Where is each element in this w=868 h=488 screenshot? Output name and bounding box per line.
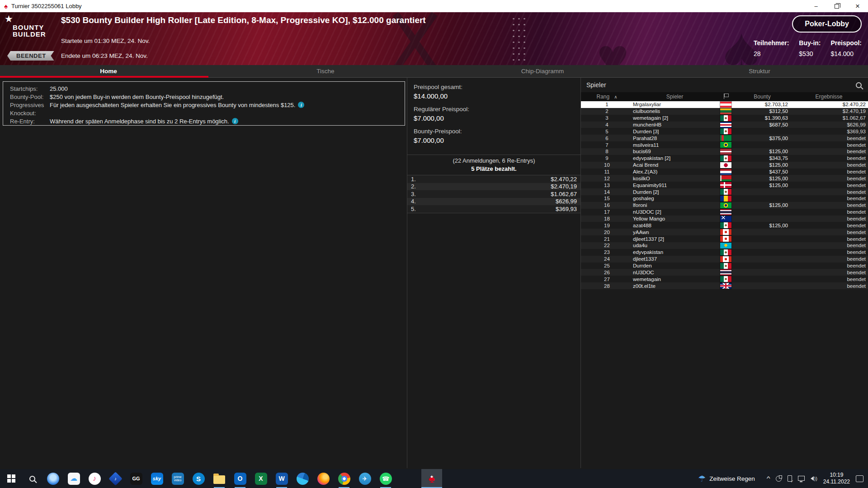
column-rank[interactable]: Rang ∧ [581,94,633,100]
status-badge: BEENDET [7,51,54,61]
flag-japan-icon [720,162,731,168]
player-row-3[interactable]: 3wemetagain [2]$1.390,63$1.062,67 [581,115,868,122]
ggpoker-app-icon[interactable]: GG [126,469,146,488]
close-button[interactable]: × [847,0,868,12]
player-bounty: $375,00 [735,136,790,141]
lobby-tabbar: HomeTischeChip-DiagrammStruktur [0,65,868,78]
player-row-17[interactable]: 17nU3DOC [2]beendet [581,209,868,216]
action-center-icon[interactable] [856,475,863,482]
player-rank: 21 [581,236,633,242]
tab-struktur[interactable]: Struktur [651,65,868,77]
flag-costa-rica-icon [720,122,731,128]
search-icon[interactable] [856,82,862,88]
player-row-2[interactable]: 2ciulbuonelis$312,50$2.470,19 [581,108,868,115]
payout-place: 1. [411,176,416,183]
player-row-22[interactable]: 22uda4ubeendet [581,242,868,249]
file-explorer-icon[interactable] [209,469,230,488]
music-app-icon[interactable]: ♪ [105,469,126,488]
prime-video-app-icon[interactable]: prime video [167,469,188,488]
skype-app-icon[interactable]: S [188,469,209,488]
player-row-24[interactable]: 24djleet1337beendet [581,256,868,263]
tray-chevron-icon[interactable]: ^ [767,475,770,482]
minimize-button[interactable]: – [806,0,826,12]
player-row-7[interactable]: 7msilveira11beendet [581,141,868,148]
poker-lobby-button[interactable]: Poker-Lobby [792,15,862,33]
firefox-app-icon[interactable] [313,469,334,488]
info-label: Re-Entry: [10,118,50,125]
column-results[interactable]: Ergebnisse [790,94,868,100]
taskbar-clock[interactable]: 10:19 24.11.2022 [823,472,850,485]
player-row-11[interactable]: 11Alex.Z(A3)$437,50beendet [581,169,868,175]
player-rank: 27 [581,277,633,282]
player-row-18[interactable]: 18Yellow Mangobeendet [581,216,868,222]
player-result: beendet [790,209,868,215]
column-flag[interactable] [717,94,735,100]
edge-app-icon[interactable] [292,469,313,488]
player-row-25[interactable]: 25Durrdenbeendet [581,263,868,269]
player-row-23[interactable]: 23edyvpakistanbeendet [581,249,868,256]
player-row-10[interactable]: 10Acai Brend$125,00beendet [581,162,868,169]
player-rank: 14 [581,189,633,195]
player-name: Parahat28 [633,136,717,141]
player-row-6[interactable]: 6Parahat28$375,00beendet [581,135,868,141]
player-row-19[interactable]: 19azat488$125,00beendet [581,222,868,229]
windows-logo-icon [7,474,15,483]
info-icon[interactable]: i [232,118,238,124]
tray-volume-icon[interactable]: )) [811,476,817,481]
restore-button[interactable] [826,0,847,12]
column-bounty[interactable]: Bounty [735,94,790,100]
player-row-16[interactable]: 16lforoni$125,00beendet [581,202,868,209]
pokerstars-app-icon[interactable]: ♠★ [421,469,442,488]
search-button[interactable] [22,469,42,488]
whatsapp-app-icon[interactable]: ☎ [375,469,396,488]
player-row-21[interactable]: 21djleet1337 [2]beendet [581,235,868,242]
word-app-icon[interactable]: W [271,469,292,488]
player-row-4[interactable]: 4munchenHB$687,50$626,99 [581,122,868,128]
tournament-lobby-window: ♠ Turnier 3502255061 Lobby – × ♥ ♠ ★ BOU… [0,0,868,488]
player-row-15[interactable]: 15goshalegbeendet [581,195,868,202]
player-name: nU3DOC [2] [633,209,717,215]
tab-tische[interactable]: Tische [217,65,434,77]
player-row-20[interactable]: 20yAAwnbeendet [581,229,868,235]
player-row-14[interactable]: 14Durrden [2]beendet [581,188,868,195]
player-bounty: $125,00 [735,183,790,188]
separator [407,213,580,213]
header-stat-value: $530 [799,50,821,57]
player-row-8[interactable]: 8bucis69$125,00beendet [581,148,868,155]
chrome-app-icon[interactable] [334,469,354,488]
player-row-5[interactable]: 5Durrden [3]$369,93 [581,128,868,135]
chrome-app-icon-glyph [338,473,350,485]
icloud-app-icon[interactable]: ☁ [63,469,84,488]
tray-sync-icon[interactable] [776,476,782,482]
flag-denmark-icon [720,182,731,188]
window-title: Turnier 3502255061 Lobby [11,3,82,9]
player-row-27[interactable]: 27wemetagainbeendet [581,276,868,282]
player-result: beendet [790,169,868,174]
messages-app-icon[interactable] [42,469,63,488]
weather-widget[interactable]: ☂ Zeitweise Regen [698,474,755,484]
player-row-13[interactable]: 13Equanimity911$125,00beendet [581,182,868,188]
itunes-app-icon[interactable]: ♪ [84,469,105,488]
column-player[interactable]: Spieler [633,94,717,100]
info-row-4: Re-Entry:Während der späten Anmeldephase… [10,117,405,125]
player-row-9[interactable]: 9edyvpakistan [2]$343,75beendet [581,155,868,162]
info-icon[interactable]: i [298,102,304,108]
sky-app-icon[interactable]: sky [146,469,167,488]
tray-network-icon[interactable] [798,476,805,481]
player-result: beendet [790,249,868,255]
tab-chip-diagramm[interactable]: Chip-Diagramm [434,65,651,77]
telegram-app-icon[interactable]: ✈ [354,469,375,488]
excel-app-icon[interactable]: X [250,469,271,488]
favorite-star-icon[interactable]: ★ [5,14,13,24]
tab-home[interactable]: Home [0,65,217,77]
outlook-app-icon[interactable]: O [230,469,250,488]
player-row-28[interactable]: 28z00t.el1tebeendet [581,282,868,289]
player-result: beendet [790,149,868,154]
player-row-12[interactable]: 12kosilkO$125,00beendet [581,175,868,182]
tray-usb-icon[interactable] [788,475,792,482]
payout-amount: $1.062,67 [551,191,577,197]
player-rank: 5 [581,129,633,134]
player-row-1[interactable]: 1Mrgalaxyliar$2.703,12$2.470,22 [581,101,868,108]
start-button[interactable] [1,469,22,488]
player-row-26[interactable]: 26nU3DOCbeendet [581,269,868,276]
